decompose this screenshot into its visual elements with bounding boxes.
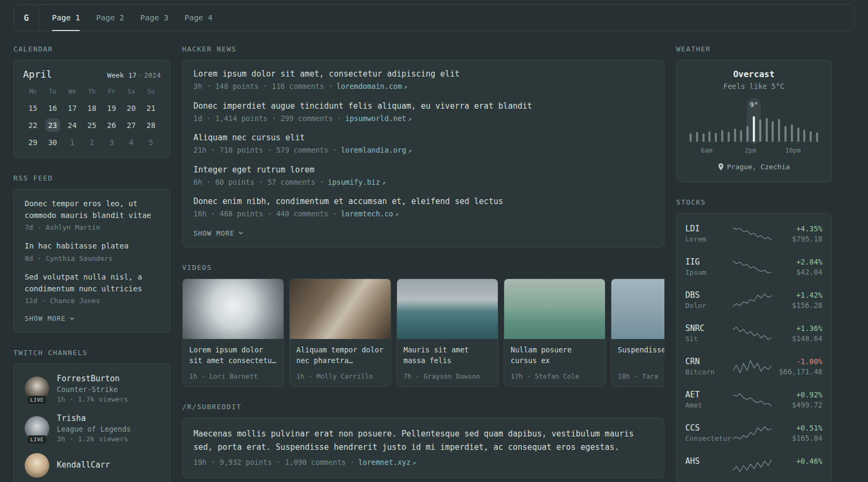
subreddit-post-title[interactable]: Maecenas mollis pulvinar erat non posuer… (193, 427, 653, 454)
stock-values: +1.36% $148.64 (772, 324, 822, 343)
calendar-day: 4 (122, 135, 141, 149)
stock-symbol: DBS (685, 290, 732, 300)
hn-story-link[interactable]: loremlandia.org↗ (341, 146, 411, 154)
stock-name: Ipsum (685, 268, 732, 276)
app-logo[interactable]: G (14, 5, 39, 31)
stock-symbol: SNRC (685, 323, 732, 333)
twitch-channel-viewers: 1h · 1.7k viewers (57, 395, 128, 403)
stock-change: +4.35% (772, 224, 822, 233)
hn-list: Lorem ipsum dolor sit amet, consectetur … (193, 69, 653, 220)
video-thumbnail (397, 279, 498, 339)
rss-item-title[interactable]: Donec tempor eros leo, ut commodo mauris… (25, 198, 159, 221)
stock-change: +1.42% (772, 291, 822, 299)
video-card[interactable]: Mauris sit amet massa felis 7h · Grayson… (396, 278, 498, 387)
video-body: Mauris sit amet massa felis 7h · Grayson… (397, 339, 498, 386)
twitch-avatar-wrap (25, 453, 49, 478)
chevron-down-icon (70, 317, 74, 320)
hn-story: Donec imperdiet augue tincidunt felis al… (193, 101, 653, 124)
hn-story-link[interactable]: loremtech.co↗ (341, 209, 399, 218)
rss-item-title[interactable]: In hac habitasse platea (25, 240, 159, 252)
hn-story-domain: loremtech.co (341, 209, 393, 218)
hackernews-show-more-button[interactable]: SHOW MORE (193, 229, 243, 237)
hn-story-title[interactable]: Lorem ipsum dolor sit amet, consectetur … (193, 69, 653, 79)
video-meta: 1h · Lori Barnett (189, 372, 277, 380)
stock-symbol: IIG (685, 257, 732, 267)
avatar (25, 453, 49, 478)
stock-row[interactable]: AET Amet +0.92% $499.72 (685, 383, 822, 416)
hn-story-link[interactable]: loremdomain.com↗ (336, 82, 407, 91)
stock-row[interactable]: AHS +0.46% (685, 449, 822, 481)
stock-row[interactable]: IIG Ipsum +2.84% $42.04 (685, 250, 822, 283)
video-title[interactable]: Suspendisse diam (618, 344, 664, 355)
page-tab[interactable]: Page 2 (96, 5, 124, 31)
page-tab[interactable]: Page 1 (52, 5, 80, 31)
twitch-avatar-wrap: LIVE (25, 376, 49, 401)
stock-identity: SNRC Sit (685, 323, 732, 343)
twitch-list: LIVE ForrestBurton Counter-Strike 1h · 1… (25, 374, 159, 478)
stock-name: Sit (685, 335, 732, 343)
twitch-channel-name[interactable]: KendallCarr (57, 460, 110, 470)
hn-story-title[interactable]: Aliquam nec cursus elit (193, 133, 653, 142)
video-title[interactable]: Aliquam tempor dolor nec pharetra… (296, 344, 384, 366)
live-badge: LIVE (28, 396, 47, 404)
video-title[interactable]: Lorem ipsum dolor sit amet consectetu… (189, 344, 277, 366)
stock-sparkline (732, 358, 772, 374)
video-title[interactable]: Mauris sit amet massa felis (403, 344, 491, 366)
stock-row[interactable]: LDI Lorem +4.35% $795.18 (685, 217, 822, 250)
weather-temp-label: 9° (750, 101, 758, 109)
calendar-day: 1 (62, 135, 82, 149)
video-card[interactable]: Aliquam tempor dolor nec pharetra… 1h · … (289, 278, 391, 387)
dashboard-content: CALENDAR April Week 17·2024 MoTuWeThFrSa… (0, 45, 868, 482)
subreddit-post-link[interactable]: loremnet.xyz↗ (358, 458, 416, 466)
twitch-channel-row[interactable]: LIVE Trisha League of Legends 3h · 1.2k … (25, 413, 159, 443)
hn-story-title[interactable]: Donec imperdiet augue tincidunt felis al… (193, 101, 653, 111)
weather-bar (759, 100, 761, 142)
weather-bar (803, 100, 805, 142)
hn-story-link[interactable]: ipsumworld.net↗ (345, 114, 411, 123)
left-column: CALENDAR April Week 17·2024 MoTuWeThFrSa… (13, 45, 170, 482)
weather-bar (728, 100, 730, 142)
subreddit-list: Maecenas mollis pulvinar erat non posuer… (193, 427, 653, 468)
weather-location: Prague, Czechia (718, 163, 790, 171)
stock-row[interactable]: CRN Bitcorn -1.00% $66,171.48 (685, 350, 822, 383)
calendar-day-header: Sa (122, 88, 141, 97)
video-body: Aliquam tempor dolor nec pharetra… 1h · … (290, 339, 391, 386)
page-tab-label: Page 1 (52, 13, 80, 22)
video-card[interactable]: Lorem ipsum dolor sit amet consectetu… 1… (182, 278, 284, 387)
hackernews-card: Lorem ipsum dolor sit amet, consectetur … (182, 60, 664, 247)
video-card[interactable]: Suspendisse diam 18h · Tara (611, 278, 664, 387)
stock-row[interactable]: DBS Dolor +1.42% $156.28 (685, 283, 822, 317)
rss-show-more-button[interactable]: SHOW MORE (25, 314, 74, 322)
twitch-channel-name[interactable]: ForrestBurton (57, 374, 128, 383)
twitch-channel-row[interactable]: LIVE ForrestBurton Counter-Strike 1h · 1… (25, 374, 159, 403)
calendar-week-label: Week 17·2024 (107, 71, 161, 79)
page-tab[interactable]: Page 4 (184, 5, 212, 31)
video-title[interactable]: Nullam posuere cursus ex (511, 344, 598, 366)
stock-symbol: CCS (685, 423, 732, 433)
video-card[interactable]: Nullam posuere cursus ex 17h · Stefan Co… (504, 278, 605, 387)
calendar-day-header: We (62, 88, 82, 97)
calendar-day: 19 (102, 101, 122, 115)
weather-bar (797, 100, 799, 142)
stock-change: -1.00% (772, 357, 822, 366)
stock-row[interactable]: CCS Consectetur +0.51% $165.84 (685, 416, 822, 449)
video-thumbnail (611, 279, 664, 339)
weather-times: 6am2pm10pm (686, 147, 821, 155)
calendar-day: 21 (141, 101, 161, 115)
hn-story-title[interactable]: Donec enim nibh, condimentum et accumsan… (193, 197, 653, 206)
hn-story: Donec enim nibh, condimentum et accumsan… (193, 197, 653, 220)
calendar-grid: MoTuWeThFrSaSu15161718192021222324252627… (23, 88, 161, 149)
twitch-channel-row[interactable]: KendallCarr (25, 453, 159, 478)
page-tab[interactable]: Page 3 (140, 5, 168, 31)
stock-row[interactable]: SNRC Sit +1.36% $148.64 (685, 317, 822, 350)
subreddit-post-stats: 19h · 9,932 points · 1,090 comments · (193, 458, 355, 466)
twitch-channel-game: League of Legends (57, 425, 131, 433)
external-link-icon: ↗ (412, 459, 416, 466)
weather-bar (766, 100, 768, 142)
weather-section-header: WEATHER (676, 45, 832, 53)
hn-story-title[interactable]: Integer eget rutrum lorem (193, 165, 653, 175)
rss-item-title[interactable]: Sed volutpat nulla nisl, a condimentum n… (25, 272, 159, 295)
stock-change: +2.84% (772, 258, 822, 266)
hn-story-link[interactable]: ipsumify.biz↗ (328, 178, 386, 186)
twitch-channel-name[interactable]: Trisha (57, 413, 131, 423)
